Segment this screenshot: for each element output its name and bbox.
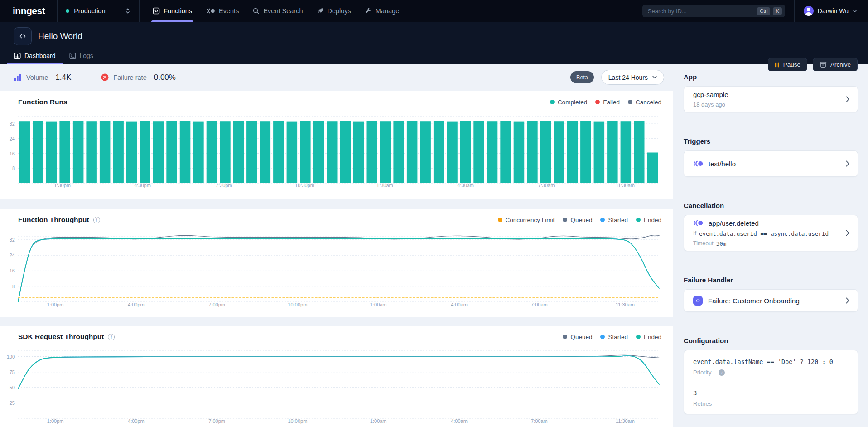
cancellation-card[interactable]: app/user.deleted If event.data.userId ==… [684,215,858,251]
failure-handler-section: Failure Handler Failure: Customer Onboar… [684,276,858,312]
retries-label: Retries [693,400,712,407]
info-icon[interactable] [719,369,725,376]
user-menu[interactable]: Darwin Wu [804,6,857,16]
nav-item-functions[interactable]: Functions [146,0,199,22]
x-axis-label: 7:30pm [216,183,232,188]
bar [19,121,30,183]
function-actions: Pause Archive [768,58,858,71]
bar [327,121,338,183]
search-icon [252,7,260,15]
app-heading: App [684,73,858,81]
nav-item-events[interactable]: Events [199,0,246,22]
volume-label: Volume [26,74,48,81]
info-icon[interactable] [93,217,100,223]
rocket-icon [316,7,323,15]
function-runs-panel: Function Runs CompletedFailedCanceled 81… [0,91,673,199]
info-icon[interactable] [108,334,115,340]
divider [693,383,849,383]
legend-dot [563,335,567,339]
y-axis-label: 25 [10,400,15,406]
legend-label: Queued [570,217,592,223]
sdk-throughput-chart: 2550751001:00pm4:00pm7:00pm10:00pm1:00am… [0,348,673,427]
bar [207,121,217,183]
failure-handler-card[interactable]: Failure: Customer Onboarding [684,289,858,312]
legend-dot [600,335,605,339]
bar [500,121,511,183]
bar [126,122,137,183]
time-range-select[interactable]: Last 24 Hours [601,70,664,85]
legend-label: Started [608,217,628,223]
pause-icon [775,62,780,68]
legend-item: Queued [563,217,592,223]
app-card[interactable]: gcp-sample 18 days ago [684,86,858,112]
nav-item-label: Deploys [327,7,351,15]
bar [580,121,591,183]
bar [447,122,458,183]
nav-item-deploys[interactable]: Deploys [309,0,357,22]
x-axis-label: 10:00pm [288,302,307,307]
bar [73,121,84,183]
archive-button[interactable]: Archive [813,58,858,71]
bar [634,121,645,183]
legend-item: Ended [636,334,661,340]
pause-button[interactable]: Pause [768,58,807,71]
user-name: Darwin Wu [818,7,849,15]
chart-title: Function Runs [18,98,68,106]
nav-right: Ctrl K Darwin Wu [642,0,868,22]
legend-dot [628,100,632,104]
bar [527,121,538,183]
bar [607,121,618,183]
details-sidebar: App gcp-sample 18 days ago Triggers [673,64,868,427]
legend-dot [600,218,605,222]
x-axis-label: 4:00am [451,418,468,424]
trigger-name: test/hello [709,160,736,168]
y-axis-label: 8 [12,165,15,171]
x-axis-label: 11:30am [616,183,635,188]
chevron-right-icon [846,96,849,102]
chevron-down-icon [853,10,857,13]
k-key-hint: K [773,7,781,15]
cancellation-expression: event.data.userId == async.data.userId [699,230,829,237]
divider [794,0,795,22]
legend-dot [595,100,600,104]
bar [100,121,111,183]
dashboard-icon [14,53,21,59]
function-runs-chart: 81624321:30pm4:30pm7:30pm10:30pm1:30am4:… [0,113,673,199]
environment-label: Production [74,7,120,15]
bar [647,153,658,184]
x-axis-label: 7:00am [531,302,548,307]
nav-item-label: Event Search [263,7,303,15]
chevron-right-icon [846,297,849,304]
cancellation-event: app/user.deleted [709,219,759,227]
archive-icon [820,61,827,68]
trigger-card[interactable]: test/hello [684,150,858,177]
bar [594,122,605,183]
terminal-icon [69,53,76,59]
y-axis-label: 8 [12,284,15,289]
chart-legend: QueuedStartedEnded [563,334,661,340]
failure-rate-value: 0.00% [154,73,176,82]
search-input[interactable] [648,8,755,15]
priority-label: Priority [693,369,711,376]
top-nav: inngest Production Functions Events [0,0,868,22]
tab-dashboard[interactable]: Dashboard [7,48,63,64]
bar [567,121,578,183]
global-search[interactable]: Ctrl K [642,5,785,17]
wrench-icon [365,7,372,15]
bar [287,122,298,183]
bar [367,121,378,183]
x-axis-label: 4:00am [451,302,468,307]
nav-item-manage[interactable]: Manage [358,0,406,22]
tab-logs[interactable]: Logs [63,48,100,64]
environment-selector[interactable]: Production [58,0,139,22]
bar [260,121,271,183]
legend-label: Ended [644,334,661,340]
failure-rate-stat: Failure rate 0.00% [101,73,176,82]
legend-dot [636,335,641,339]
nav-item-event-search[interactable]: Event Search [246,0,309,22]
x-axis-label: 10:00pm [288,418,307,424]
sdk-throughput-panel: SDK Request Throughput QueuedStartedEnde… [0,326,673,427]
timeout-value: 30m [716,240,727,247]
y-axis-label: 16 [10,268,15,273]
legend-item: Started [600,334,628,340]
